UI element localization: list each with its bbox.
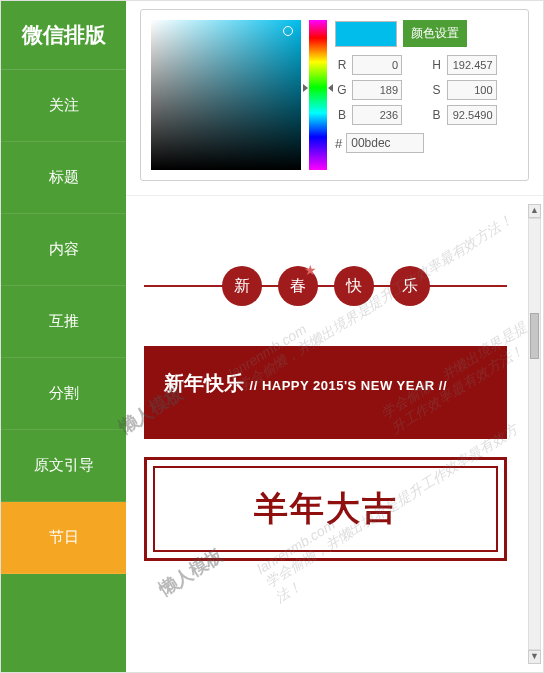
template-red-border[interactable]: 羊年大吉 xyxy=(144,457,507,561)
circle-char: 快 xyxy=(334,266,374,306)
h-label: H xyxy=(430,58,444,72)
g-input[interactable] xyxy=(352,80,402,100)
sidebar-item-divider[interactable]: 分割 xyxy=(1,358,126,430)
hue-slider[interactable] xyxy=(309,20,327,170)
scrollbar: ▲ ▼ xyxy=(528,204,541,664)
sidebar-item-content[interactable]: 内容 xyxy=(1,214,126,286)
r-input[interactable] xyxy=(352,55,402,75)
block-big-text: 羊年大吉 xyxy=(165,486,486,532)
sidebar-item-follow[interactable]: 关注 xyxy=(1,70,126,142)
scroll-down-button[interactable]: ▼ xyxy=(528,650,541,664)
sidebar-item-title[interactable]: 标题 xyxy=(1,142,126,214)
color-set-button[interactable]: 颜色设置 xyxy=(403,20,467,47)
template-list-area: 新 春 快 乐 新年快乐 // HAPPY 2015'S NEW YEAR //… xyxy=(126,195,543,672)
scroll-up-button[interactable]: ▲ xyxy=(528,204,541,218)
sidebar-item-festival[interactable]: 节日 xyxy=(1,502,126,574)
scrollbar-track[interactable] xyxy=(528,218,541,650)
r-label: R xyxy=(335,58,349,72)
br-label: B xyxy=(430,108,444,122)
circle-char: 新 xyxy=(222,266,262,306)
star-icon: ★ xyxy=(304,262,317,278)
template-circles-divider[interactable]: 新 春 快 乐 xyxy=(144,266,507,306)
g-label: G xyxy=(335,83,349,97)
block-title: 新年快乐 xyxy=(164,372,244,394)
hex-input[interactable] xyxy=(346,133,424,153)
color-preview-swatch xyxy=(335,21,397,47)
s-input[interactable] xyxy=(447,80,497,100)
template-red-block[interactable]: 新年快乐 // HAPPY 2015'S NEW YEAR // xyxy=(144,346,507,439)
circle-char: 乐 xyxy=(390,266,430,306)
sidebar-item-readmore[interactable]: 原文引导 xyxy=(1,430,126,502)
block-subtitle: // HAPPY 2015'S NEW YEAR // xyxy=(250,378,447,393)
b-label: B xyxy=(335,108,349,122)
sidebar-item-exchange[interactable]: 互推 xyxy=(1,286,126,358)
saturation-value-area[interactable] xyxy=(151,20,301,170)
main-panel: 颜色设置 R H G S B B # xyxy=(126,1,543,672)
hex-label: # xyxy=(335,136,342,151)
s-label: S xyxy=(430,83,444,97)
color-picker: 颜色设置 R H G S B B # xyxy=(140,9,529,181)
h-input[interactable] xyxy=(447,55,497,75)
b-input[interactable] xyxy=(352,105,402,125)
sidebar: 微信排版 关注 标题 内容 互推 分割 原文引导 节日 xyxy=(1,1,126,672)
br-input[interactable] xyxy=(447,105,497,125)
scrollbar-thumb[interactable] xyxy=(530,313,539,359)
app-title: 微信排版 xyxy=(1,1,126,70)
